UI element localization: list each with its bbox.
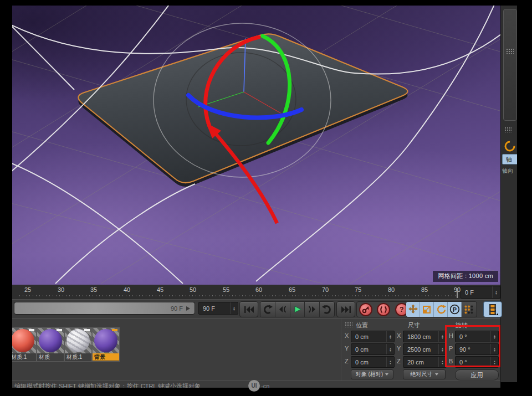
play-button[interactable] [290, 302, 305, 317]
viewport-scene [12, 6, 500, 285]
material-thumbnail[interactable]: 材质 [37, 327, 64, 362]
frame-right [517, 0, 532, 396]
record-key-button[interactable] [359, 303, 372, 316]
loop-back-icon [262, 305, 273, 315]
right-palette-strip[interactable] [503, 9, 517, 121]
ruler-tick: 75 [350, 286, 366, 293]
ruler-tick: 25 [19, 286, 36, 293]
pos-z-value: 0 cm [351, 359, 386, 366]
scale-tool-button[interactable] [420, 302, 434, 317]
right-attribute-panel: 轴 轴向 [500, 6, 518, 382]
filmstrip-button[interactable] [483, 301, 502, 317]
size-mode-label: 绝对尺寸 [411, 371, 433, 378]
size-x-value: 1800 cm [403, 333, 438, 340]
ruler-tick: 45 [152, 286, 168, 293]
material-thumbnail[interactable]: 材质.1 [64, 327, 92, 362]
size-z-field[interactable]: 20 cm ▲▼ [403, 356, 447, 368]
size-y-field[interactable]: 2500 cm ▲▼ [403, 343, 447, 355]
material-preview [65, 328, 91, 353]
scale-icon [422, 305, 432, 315]
size-x-field[interactable]: 1800 cm ▲▼ [403, 331, 447, 342]
grip-handle-icon [345, 322, 352, 327]
size-mode-dropdown[interactable]: 绝对尺寸 [403, 369, 446, 379]
grip-handle-icon [504, 127, 512, 132]
move-icon [408, 304, 418, 315]
watermark: UI ·cn [248, 380, 269, 392]
pos-x-field[interactable]: 0 cm ▲▼ [351, 331, 395, 342]
material-label: 材质.1 [65, 353, 91, 361]
goto-start-button[interactable] [239, 301, 258, 317]
material-label: 背景 [93, 353, 119, 361]
size-header: 尺寸 [408, 321, 420, 330]
pos-y-field[interactable]: 0 cm ▲▼ [351, 343, 395, 355]
grip-handle-icon [506, 48, 514, 54]
pos-x-value: 0 cm [351, 333, 386, 340]
range-end-value: 0 F [461, 289, 492, 296]
grid-spacing-label: 网格间距 : 1000 cm [433, 271, 498, 282]
playhead-marker[interactable] [457, 288, 458, 298]
coordinate-system-icon: P [449, 304, 460, 315]
spinner-arrows-icon[interactable]: ▲▼ [386, 331, 394, 342]
auto-key-button[interactable] [377, 303, 390, 316]
goto-start-icon [244, 306, 254, 313]
key-dots-button[interactable] [462, 302, 476, 317]
spinner-arrows-icon[interactable]: ▲▼ [386, 344, 394, 354]
keying-button-group: ? [356, 301, 411, 317]
frame-left [0, 0, 12, 396]
question-icon: ? [400, 305, 404, 313]
spinner-arrows-icon[interactable]: ▲▼ [492, 286, 500, 298]
material-preview [9, 328, 36, 353]
move-tool-button[interactable] [406, 302, 420, 317]
size-z-value: 20 cm [403, 359, 438, 366]
filmstrip-icon [487, 304, 498, 316]
rotate-tool-icon [504, 140, 516, 155]
auto-key-icon [379, 305, 388, 314]
axis-section-label: 轴向 [502, 167, 513, 175]
tool-button-group: P [406, 301, 477, 317]
record-key-icon [361, 305, 370, 314]
ruler-tick: 50 [185, 286, 201, 293]
rotation-highlight-annotation [445, 325, 500, 367]
current-frame-value: 90 F [199, 305, 230, 312]
rotate-icon [436, 304, 446, 315]
loop-back-button[interactable] [260, 302, 275, 317]
play-icon [293, 305, 301, 313]
ruler-tick: 30 [53, 286, 69, 293]
material-check-icon [84, 329, 90, 331]
material-label: 材质 [37, 353, 64, 361]
timeline-slider[interactable]: 90 F [14, 302, 195, 315]
loop-forward-button[interactable] [320, 302, 334, 317]
spinner-arrows-icon[interactable]: ▲▼ [230, 302, 238, 314]
watermark-logo: UI [248, 380, 260, 392]
spinner-arrows-icon[interactable]: ▲▼ [386, 357, 394, 367]
material-thumbnail-selected[interactable]: 背景 [92, 327, 120, 362]
previous-key-button[interactable] [275, 302, 290, 317]
loop-forward-icon [322, 305, 332, 315]
current-frame-spinner[interactable]: 90 F ▲▼ [198, 302, 238, 315]
viewport-3d[interactable]: 网格间距 : 1000 cm [12, 6, 500, 285]
axis-tab-button[interactable]: 轴 [502, 154, 518, 164]
range-end-spinner[interactable]: 0 F ▲▼ [461, 286, 500, 299]
axis-tab-label: 轴 [506, 156, 512, 163]
size-y-value: 2500 cm [403, 346, 438, 353]
material-preview [93, 328, 119, 353]
next-key-button[interactable] [305, 302, 320, 317]
apply-button[interactable]: 应用 [455, 369, 499, 380]
coordinate-system-button[interactable]: P [448, 302, 462, 317]
key-dots-icon [464, 305, 474, 315]
ruler-tick: 35 [85, 286, 102, 293]
slider-handle-icon [186, 306, 190, 311]
rotate-tool-button[interactable] [434, 302, 448, 317]
pos-z-field[interactable]: 0 cm ▲▼ [351, 356, 395, 368]
ruler-tick: 55 [218, 286, 234, 293]
coordinate-mode-dropdown[interactable]: 对象 (相对) [351, 369, 393, 379]
frame-top [0, 0, 532, 6]
ruler-tick: 80 [383, 286, 400, 293]
material-preview [37, 328, 64, 353]
playback-toolbar: 90 F 90 F ▲▼ [12, 299, 500, 318]
timeline-ruler[interactable]: 25 30 35 40 45 50 55 60 65 70 75 80 85 9… [12, 285, 500, 300]
next-key-icon [308, 305, 317, 313]
ruler-tick: 65 [284, 286, 300, 293]
goto-end-button[interactable] [336, 301, 355, 317]
material-thumbnail[interactable]: 材质.1 [9, 327, 37, 362]
